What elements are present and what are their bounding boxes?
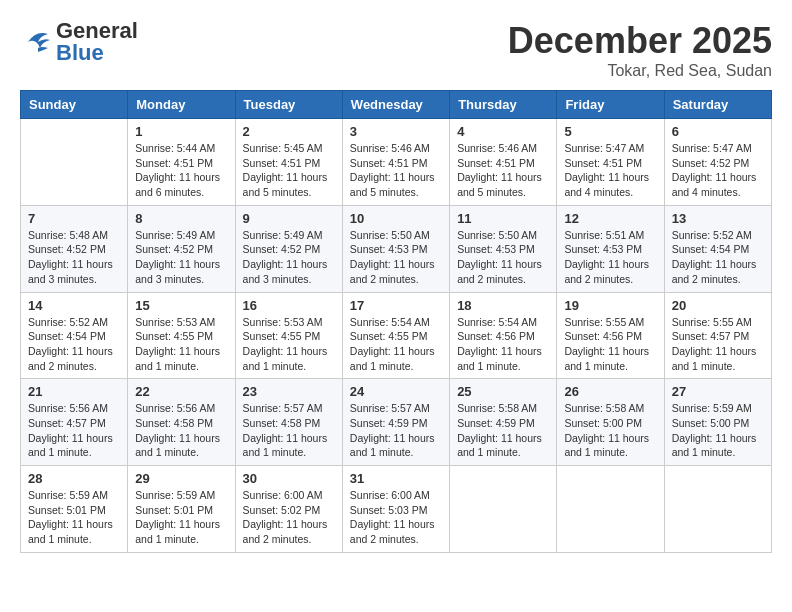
day-info: Sunrise: 5:56 AMSunset: 4:58 PMDaylight:…: [135, 401, 227, 460]
day-number: 30: [243, 471, 335, 486]
day-number: 14: [28, 298, 120, 313]
day-info: Sunrise: 5:56 AMSunset: 4:57 PMDaylight:…: [28, 401, 120, 460]
day-number: 4: [457, 124, 549, 139]
calendar-cell: 24Sunrise: 5:57 AMSunset: 4:59 PMDayligh…: [342, 379, 449, 466]
calendar-cell: 7Sunrise: 5:48 AMSunset: 4:52 PMDaylight…: [21, 205, 128, 292]
calendar-header-friday: Friday: [557, 91, 664, 119]
calendar-week-3: 21Sunrise: 5:56 AMSunset: 4:57 PMDayligh…: [21, 379, 772, 466]
calendar-header-tuesday: Tuesday: [235, 91, 342, 119]
day-info: Sunrise: 5:46 AMSunset: 4:51 PMDaylight:…: [457, 141, 549, 200]
calendar-cell: 10Sunrise: 5:50 AMSunset: 4:53 PMDayligh…: [342, 205, 449, 292]
day-number: 17: [350, 298, 442, 313]
calendar-cell: 20Sunrise: 5:55 AMSunset: 4:57 PMDayligh…: [664, 292, 771, 379]
day-info: Sunrise: 5:50 AMSunset: 4:53 PMDaylight:…: [457, 228, 549, 287]
calendar-cell: 9Sunrise: 5:49 AMSunset: 4:52 PMDaylight…: [235, 205, 342, 292]
calendar-cell: 12Sunrise: 5:51 AMSunset: 4:53 PMDayligh…: [557, 205, 664, 292]
day-number: 19: [564, 298, 656, 313]
calendar-cell: 29Sunrise: 5:59 AMSunset: 5:01 PMDayligh…: [128, 466, 235, 553]
day-info: Sunrise: 5:57 AMSunset: 4:59 PMDaylight:…: [350, 401, 442, 460]
day-info: Sunrise: 5:48 AMSunset: 4:52 PMDaylight:…: [28, 228, 120, 287]
day-number: 31: [350, 471, 442, 486]
day-number: 6: [672, 124, 764, 139]
calendar-week-1: 7Sunrise: 5:48 AMSunset: 4:52 PMDaylight…: [21, 205, 772, 292]
day-number: 22: [135, 384, 227, 399]
day-number: 8: [135, 211, 227, 226]
day-info: Sunrise: 5:54 AMSunset: 4:55 PMDaylight:…: [350, 315, 442, 374]
day-info: Sunrise: 5:52 AMSunset: 4:54 PMDaylight:…: [672, 228, 764, 287]
day-info: Sunrise: 5:58 AMSunset: 4:59 PMDaylight:…: [457, 401, 549, 460]
calendar-cell: 21Sunrise: 5:56 AMSunset: 4:57 PMDayligh…: [21, 379, 128, 466]
day-info: Sunrise: 5:50 AMSunset: 4:53 PMDaylight:…: [350, 228, 442, 287]
day-info: Sunrise: 5:59 AMSunset: 5:01 PMDaylight:…: [135, 488, 227, 547]
day-number: 9: [243, 211, 335, 226]
calendar-cell: 22Sunrise: 5:56 AMSunset: 4:58 PMDayligh…: [128, 379, 235, 466]
calendar-cell: [450, 466, 557, 553]
day-number: 26: [564, 384, 656, 399]
calendar-cell: [21, 119, 128, 206]
calendar-cell: 31Sunrise: 6:00 AMSunset: 5:03 PMDayligh…: [342, 466, 449, 553]
day-number: 1: [135, 124, 227, 139]
day-number: 24: [350, 384, 442, 399]
calendar-cell: 16Sunrise: 5:53 AMSunset: 4:55 PMDayligh…: [235, 292, 342, 379]
calendar-header-wednesday: Wednesday: [342, 91, 449, 119]
calendar-cell: 19Sunrise: 5:55 AMSunset: 4:56 PMDayligh…: [557, 292, 664, 379]
calendar-cell: 26Sunrise: 5:58 AMSunset: 5:00 PMDayligh…: [557, 379, 664, 466]
calendar-header-sunday: Sunday: [21, 91, 128, 119]
day-number: 25: [457, 384, 549, 399]
logo-blue: Blue: [56, 40, 104, 65]
day-number: 3: [350, 124, 442, 139]
day-number: 21: [28, 384, 120, 399]
calendar-cell: 18Sunrise: 5:54 AMSunset: 4:56 PMDayligh…: [450, 292, 557, 379]
day-info: Sunrise: 5:53 AMSunset: 4:55 PMDaylight:…: [243, 315, 335, 374]
day-info: Sunrise: 5:46 AMSunset: 4:51 PMDaylight:…: [350, 141, 442, 200]
day-number: 7: [28, 211, 120, 226]
calendar-table: SundayMondayTuesdayWednesdayThursdayFrid…: [20, 90, 772, 553]
day-number: 2: [243, 124, 335, 139]
day-number: 5: [564, 124, 656, 139]
day-number: 27: [672, 384, 764, 399]
calendar-cell: [664, 466, 771, 553]
day-number: 11: [457, 211, 549, 226]
page-header: General Blue December 2025 Tokar, Red Se…: [20, 20, 772, 80]
calendar-week-0: 1Sunrise: 5:44 AMSunset: 4:51 PMDaylight…: [21, 119, 772, 206]
calendar-cell: 17Sunrise: 5:54 AMSunset: 4:55 PMDayligh…: [342, 292, 449, 379]
day-info: Sunrise: 6:00 AMSunset: 5:02 PMDaylight:…: [243, 488, 335, 547]
calendar-week-4: 28Sunrise: 5:59 AMSunset: 5:01 PMDayligh…: [21, 466, 772, 553]
day-number: 12: [564, 211, 656, 226]
calendar-header-thursday: Thursday: [450, 91, 557, 119]
calendar-cell: 8Sunrise: 5:49 AMSunset: 4:52 PMDaylight…: [128, 205, 235, 292]
day-info: Sunrise: 5:47 AMSunset: 4:51 PMDaylight:…: [564, 141, 656, 200]
day-info: Sunrise: 5:51 AMSunset: 4:53 PMDaylight:…: [564, 228, 656, 287]
day-info: Sunrise: 5:49 AMSunset: 4:52 PMDaylight:…: [243, 228, 335, 287]
calendar-cell: 28Sunrise: 5:59 AMSunset: 5:01 PMDayligh…: [21, 466, 128, 553]
calendar-cell: 3Sunrise: 5:46 AMSunset: 4:51 PMDaylight…: [342, 119, 449, 206]
day-info: Sunrise: 5:47 AMSunset: 4:52 PMDaylight:…: [672, 141, 764, 200]
day-number: 10: [350, 211, 442, 226]
calendar-cell: 2Sunrise: 5:45 AMSunset: 4:51 PMDaylight…: [235, 119, 342, 206]
day-info: Sunrise: 5:49 AMSunset: 4:52 PMDaylight:…: [135, 228, 227, 287]
day-info: Sunrise: 6:00 AMSunset: 5:03 PMDaylight:…: [350, 488, 442, 547]
logo: General Blue: [20, 20, 138, 64]
location: Tokar, Red Sea, Sudan: [508, 62, 772, 80]
day-info: Sunrise: 5:58 AMSunset: 5:00 PMDaylight:…: [564, 401, 656, 460]
day-info: Sunrise: 5:59 AMSunset: 5:00 PMDaylight:…: [672, 401, 764, 460]
calendar-week-2: 14Sunrise: 5:52 AMSunset: 4:54 PMDayligh…: [21, 292, 772, 379]
calendar-header-saturday: Saturday: [664, 91, 771, 119]
calendar-cell: [557, 466, 664, 553]
day-number: 15: [135, 298, 227, 313]
day-info: Sunrise: 5:55 AMSunset: 4:57 PMDaylight:…: [672, 315, 764, 374]
calendar-cell: 30Sunrise: 6:00 AMSunset: 5:02 PMDayligh…: [235, 466, 342, 553]
month-title: December 2025: [508, 20, 772, 62]
calendar-cell: 27Sunrise: 5:59 AMSunset: 5:00 PMDayligh…: [664, 379, 771, 466]
day-info: Sunrise: 5:53 AMSunset: 4:55 PMDaylight:…: [135, 315, 227, 374]
calendar-cell: 4Sunrise: 5:46 AMSunset: 4:51 PMDaylight…: [450, 119, 557, 206]
calendar-cell: 23Sunrise: 5:57 AMSunset: 4:58 PMDayligh…: [235, 379, 342, 466]
day-number: 29: [135, 471, 227, 486]
calendar-cell: 13Sunrise: 5:52 AMSunset: 4:54 PMDayligh…: [664, 205, 771, 292]
day-number: 28: [28, 471, 120, 486]
day-info: Sunrise: 5:45 AMSunset: 4:51 PMDaylight:…: [243, 141, 335, 200]
calendar-cell: 14Sunrise: 5:52 AMSunset: 4:54 PMDayligh…: [21, 292, 128, 379]
day-number: 18: [457, 298, 549, 313]
calendar-header-monday: Monday: [128, 91, 235, 119]
day-number: 20: [672, 298, 764, 313]
